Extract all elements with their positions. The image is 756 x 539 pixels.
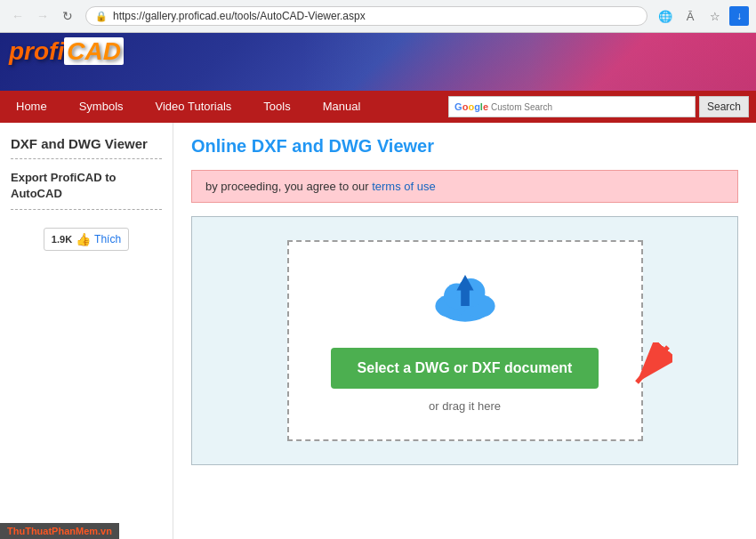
arrow-indicator — [619, 342, 672, 399]
fb-like-widget: 1.9K 👍 Thích — [11, 228, 162, 251]
nav-item-video-tutorials[interactable]: Video Tutorials — [140, 91, 248, 123]
browser-chrome: ← → ↻ 🔒 https://gallery.proficad.eu/tool… — [0, 0, 756, 33]
terms-text-before: by proceeding, you agree to our — [205, 180, 372, 193]
custom-search-label: Custom Search — [491, 102, 552, 112]
nav-item-symbols[interactable]: Symbols — [63, 91, 140, 123]
upload-dropzone[interactable]: Select a DWG or DXF document or drag it … — [287, 240, 643, 441]
nav-bar: Home Symbols Video Tutorials Tools Manua… — [0, 91, 756, 123]
sidebar: DXF and DWG Viewer Export ProfiCAD to Au… — [0, 123, 173, 539]
nav-item-manual[interactable]: Manual — [307, 91, 377, 123]
drag-text: or drag it here — [429, 399, 501, 413]
content-area: Online DXF and DWG Viewer by proceeding,… — [173, 123, 756, 539]
terms-of-use-link[interactable]: terms of use — [372, 180, 436, 193]
site-header: profiCAD — [0, 33, 756, 91]
lock-icon: 🔒 — [95, 11, 108, 22]
nav-item-home[interactable]: Home — [0, 91, 63, 123]
search-box: Google Custom Search — [448, 96, 696, 117]
sidebar-title: DXF and DWG Viewer — [11, 136, 162, 159]
browser-toolbar: ← → ↻ 🔒 https://gallery.proficad.eu/tool… — [0, 0, 756, 32]
header-decoration — [302, 33, 756, 91]
fb-like-text[interactable]: Thích — [94, 233, 121, 245]
download-button[interactable]: ↓ — [729, 6, 749, 26]
sidebar-link-export[interactable]: Export ProfiCAD to AutoCAD — [11, 170, 162, 210]
terms-bar: by proceeding, you agree to our terms of… — [191, 170, 738, 203]
fb-like-box: 1.9K 👍 Thích — [44, 228, 129, 251]
bookmark-button[interactable]: ☆ — [704, 5, 726, 27]
translate-button[interactable]: 🌐 — [655, 5, 676, 27]
search-button[interactable]: Search — [699, 96, 749, 117]
watermark: ThuThuatPhanMem.vn — [0, 523, 119, 539]
main-layout: DXF and DWG Viewer Export ProfiCAD to Au… — [0, 123, 756, 539]
nav-item-tools[interactable]: Tools — [247, 91, 306, 123]
url-text: https://gallery.proficad.eu/tools/AutoCA… — [113, 10, 638, 22]
upload-container: Select a DWG or DXF document or drag it … — [191, 216, 738, 465]
google-logo: Google — [454, 101, 488, 112]
logo-text-profi: profi — [9, 37, 64, 65]
logo-text-cad: CAD — [64, 37, 124, 65]
back-button[interactable]: ← — [7, 5, 28, 27]
upload-icon — [430, 269, 501, 330]
search-input[interactable] — [556, 101, 689, 113]
select-document-button[interactable]: Select a DWG or DXF document — [331, 348, 599, 389]
browser-actions: 🌐 Ā ☆ ↓ — [655, 5, 749, 27]
svg-line-7 — [637, 347, 668, 382]
reader-button[interactable]: Ā — [680, 5, 701, 27]
site-logo: profiCAD — [9, 37, 124, 66]
reload-button[interactable]: ↻ — [57, 5, 78, 27]
red-arrow-svg — [619, 342, 672, 396]
fb-thumb-icon: 👍 — [76, 232, 91, 246]
page-title: Online DXF and DWG Viewer — [191, 136, 738, 157]
address-bar[interactable]: 🔒 https://gallery.proficad.eu/tools/Auto… — [85, 6, 647, 26]
fb-count: 1.9K — [52, 234, 72, 245]
search-area: Google Custom Search Search — [448, 96, 756, 117]
nav-buttons: ← → ↻ — [7, 5, 78, 27]
cloud-upload-svg — [430, 269, 501, 326]
forward-button[interactable]: → — [32, 5, 53, 27]
